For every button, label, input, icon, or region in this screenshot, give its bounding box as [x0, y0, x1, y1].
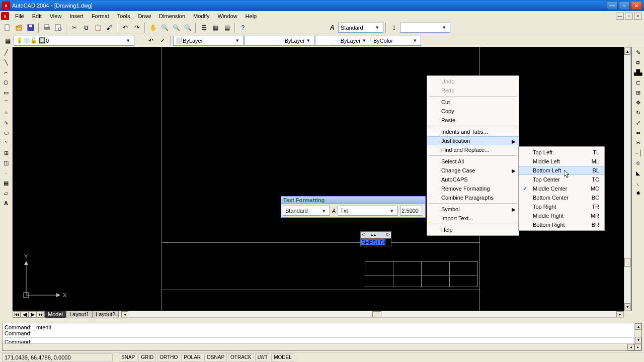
menu-file[interactable]: File: [11, 12, 28, 20]
doc-icon[interactable]: a: [1, 12, 9, 20]
ctx-item-find-and-replace-[interactable]: Find and Replace...: [427, 145, 519, 154]
break-tool[interactable]: ⎋: [632, 158, 643, 168]
array-tool[interactable]: ⊞: [632, 87, 643, 98]
canvas-scrollbar-horizontal[interactable]: ◂ ▸: [121, 311, 624, 318]
scroll-up-button[interactable]: ▴: [624, 48, 630, 55]
menu-insert[interactable]: Insert: [65, 12, 88, 20]
rotate-tool[interactable]: ↻: [632, 108, 643, 118]
menu-view[interactable]: View: [46, 12, 66, 20]
tab-model[interactable]: Model: [44, 311, 66, 318]
zoom-window-button[interactable]: 🔍: [171, 22, 182, 33]
layer-previous-button[interactable]: ↶: [145, 35, 156, 46]
ctx-item-import-text-[interactable]: Import Text...: [427, 214, 519, 223]
scale-tool[interactable]: ⤢: [632, 118, 643, 128]
ctx-item-cut[interactable]: Cut: [427, 98, 519, 107]
justify-bc[interactable]: Bottom CenterBC: [519, 193, 604, 202]
menu-edit[interactable]: Edit: [28, 12, 46, 20]
command-line[interactable]: Command: _mtedit Command: Command: ▴ ▾ ◂…: [2, 323, 642, 351]
fillet-tool[interactable]: ◟: [632, 178, 643, 188]
justify-bl[interactable]: Bottom LeftBL: [519, 166, 604, 175]
ctx-item-justification[interactable]: Justification▶: [427, 136, 519, 145]
justify-mc[interactable]: Middle Center✓MC: [519, 184, 604, 193]
ctx-item-indents-and-tabs-[interactable]: Indents and Tabs...: [427, 127, 519, 136]
explode-tool[interactable]: ✸: [632, 188, 643, 198]
redo-button[interactable]: ↷: [131, 22, 142, 33]
plotstyle-combo[interactable]: ByColor▾: [371, 36, 421, 46]
tab-prev[interactable]: ◀: [21, 311, 29, 318]
text-formatting-toolbar[interactable]: Text Formatting Standard▾ A Txt▾: [281, 196, 426, 218]
circle-tool[interactable]: ○: [1, 108, 12, 118]
ctx-item-remove-formatting[interactable]: Remove Formatting: [427, 184, 519, 193]
canvas-scrollbar-vertical[interactable]: ▴ ▾: [624, 47, 631, 311]
copy-tool[interactable]: ⧉: [632, 57, 643, 67]
mtext-editor[interactable]: ◁ ʟ ʟ ▷ SHEDI DI: [360, 231, 391, 246]
stretch-tool[interactable]: ⇔: [632, 128, 643, 138]
make-block-tool[interactable]: ◫: [1, 158, 12, 168]
tab-first[interactable]: ⏮: [13, 311, 21, 318]
move-tool[interactable]: ✥: [632, 98, 643, 108]
scroll-left-button[interactable]: ◂: [121, 311, 128, 317]
print-button[interactable]: [41, 22, 52, 33]
menu-tools[interactable]: Tools: [113, 12, 134, 20]
cmd-scroll-down[interactable]: ▾: [635, 337, 641, 343]
lwt-toggle[interactable]: LWT: [255, 353, 270, 361]
model-paper-toggle[interactable]: MODEL: [271, 353, 294, 361]
match-properties-button[interactable]: 🖌: [104, 22, 115, 33]
ellipse-arc-tool[interactable]: ◝: [1, 138, 12, 148]
menu-window[interactable]: Window: [213, 12, 241, 20]
open-button[interactable]: [14, 22, 25, 33]
close-button[interactable]: ×: [631, 1, 642, 10]
point-tool[interactable]: ·: [1, 168, 12, 178]
ctx-item-paste[interactable]: Paste: [427, 116, 519, 125]
mirror-tool[interactable]: ▟▙: [632, 67, 643, 77]
text-size-input[interactable]: [400, 206, 422, 216]
dim-style-icon[interactable]: ⟟: [388, 22, 399, 33]
save-button[interactable]: [25, 22, 36, 33]
justify-tl[interactable]: Top LeftTL: [519, 148, 604, 157]
scroll-right-button[interactable]: ▸: [616, 311, 623, 317]
extend-tool[interactable]: →│: [632, 148, 643, 158]
ctx-item-autocaps[interactable]: AutoCAPS: [427, 175, 519, 184]
menu-format[interactable]: Format: [88, 12, 113, 20]
menu-modify[interactable]: Modify: [189, 12, 213, 20]
ellipse-tool[interactable]: ⬭: [1, 128, 12, 138]
ctx-item-copy[interactable]: Copy: [427, 107, 519, 116]
rectangle-tool[interactable]: ▭: [1, 87, 12, 98]
cmd-scroll-left[interactable]: ◂: [627, 344, 634, 350]
design-center-button[interactable]: ▦: [210, 22, 221, 33]
zoom-realtime-button[interactable]: 🔍: [159, 22, 170, 33]
undo-button[interactable]: ↶: [120, 22, 131, 33]
otrack-toggle[interactable]: OTRACK: [228, 353, 254, 361]
minimize-button[interactable]: —: [607, 1, 618, 10]
help-button[interactable]: ?: [237, 22, 249, 33]
dim-style-combo[interactable]: ▾: [400, 23, 450, 33]
trim-tool[interactable]: ✂: [632, 138, 643, 148]
arc-tool[interactable]: ⌒: [1, 98, 12, 108]
copy-button[interactable]: ⧉: [80, 22, 92, 33]
pan-button[interactable]: ✋: [147, 22, 158, 33]
region-tool[interactable]: ▱: [1, 188, 12, 198]
child-restore[interactable]: ▫: [625, 13, 633, 20]
text-tool[interactable]: A: [1, 198, 12, 208]
font-select[interactable]: Txt▾: [338, 206, 398, 216]
zoom-previous-button[interactable]: 🔍: [182, 22, 193, 33]
polygon-tool[interactable]: ⬡: [1, 77, 12, 87]
ctx-item-combine-paragraphs[interactable]: Combine Paragraphs: [427, 193, 519, 202]
cut-button[interactable]: ✂: [69, 22, 80, 33]
print-preview-button[interactable]: [53, 22, 64, 33]
text-style-icon[interactable]: A: [327, 22, 338, 33]
child-minimize[interactable]: —: [616, 13, 624, 20]
chamfer-tool[interactable]: ◣: [632, 168, 643, 178]
ortho-toggle[interactable]: ORTHO: [157, 353, 180, 361]
coordinates-display[interactable]: 171.0439, 66.4788, 0.0000: [2, 353, 113, 361]
text-style-combo[interactable]: Standard▾: [338, 23, 383, 33]
layer-combo[interactable]: 💡❄️🔓 🔲 0 ▾: [14, 36, 134, 46]
properties-button[interactable]: ☰: [198, 22, 209, 33]
cmd-scroll-up[interactable]: ▴: [635, 323, 641, 330]
ctx-item-select-all[interactable]: Select All: [427, 157, 519, 166]
mtext-ruler[interactable]: ◁ ʟ ʟ ▷: [360, 231, 391, 238]
linetype-combo[interactable]: ─── ByLayer▾: [244, 36, 314, 46]
ctx-item-help[interactable]: Help: [427, 225, 519, 234]
grid-toggle[interactable]: GRID: [138, 353, 156, 361]
layer-properties-button[interactable]: ▦: [2, 35, 13, 46]
